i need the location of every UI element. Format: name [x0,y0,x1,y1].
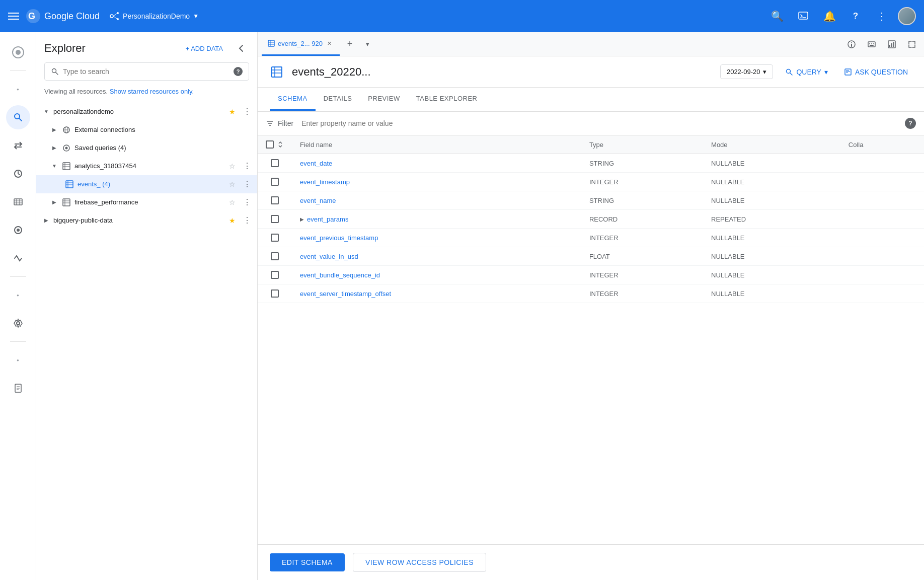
filter-help-icon[interactable]: ? [905,118,916,129]
field-event-prev-ts[interactable]: event_previous_timestamp [300,234,378,242]
date-selector[interactable]: 2022-09-20 ▾ [720,64,774,79]
date-chevron-icon: ▾ [763,68,766,76]
field-event-name[interactable]: event_name [300,197,336,204]
terminal-nav-icon[interactable] [793,6,813,26]
row-checkbox-event-name[interactable] [271,196,279,204]
svg-point-3 [117,12,119,14]
tab-preview[interactable]: PREVIEW [360,88,408,111]
collation-event-params [840,210,924,229]
more-nav-icon[interactable]: ⋮ [872,6,892,26]
sidebar-item-dot3[interactable]: ● [6,348,30,372]
tab-close-button[interactable]: ✕ [326,39,334,47]
row-checkbox-event-value[interactable] [271,252,279,260]
row-checkbox-event-params[interactable] [271,215,279,223]
query-button[interactable]: QUERY ▾ [781,65,832,79]
sidebar-item-transfer[interactable] [6,133,30,158]
tab-add-button[interactable]: + [342,36,358,52]
tree-star-personalizationdemo[interactable]: ★ [226,106,238,118]
row-checkbox-event-date[interactable] [271,159,279,167]
tab-events[interactable]: events_2... 920 ✕ [262,32,340,56]
mode-event-value: NULLABLE [703,247,840,266]
field-event-bundle[interactable]: event_bundle_sequence_id [300,271,380,279]
field-event-value[interactable]: event_value_in_usd [300,253,358,260]
search-nav-icon[interactable]: 🔍 [767,6,787,26]
row-checkbox-event-server-ts[interactable] [271,289,279,298]
sidebar-item-settings[interactable] [6,311,30,335]
table-row: event_previous_timestamp INTEGER NULLABL… [258,229,924,247]
google-cloud-logo[interactable]: G Google Cloud [25,8,100,24]
keyboard-action-icon[interactable] [864,36,880,52]
tree-item-bigquery-public[interactable]: ▶ bigquery-public-data ★ ⋮ [36,211,257,230]
search-help-icon[interactable]: ? [234,67,243,76]
expand-arrow-event-params[interactable]: ▶ [300,216,304,222]
svg-line-5 [113,14,117,16]
add-data-button[interactable]: + ADD DATA [182,42,227,55]
tree-more-bigquery[interactable]: ⋮ [241,214,253,227]
notifications-icon[interactable]: 🔔 [819,6,839,26]
info-action-icon[interactable] [843,36,860,52]
search-input[interactable] [63,67,229,76]
row-checkbox-event-prev-ts[interactable] [271,234,279,242]
tree-item-firebase[interactable]: ▶ firebase_performance ☆ ⋮ [36,193,257,211]
tab-details[interactable]: DETAILS [316,88,360,111]
sidebar-item-chart[interactable] [6,190,30,214]
tree-item-external-connections[interactable]: ▶ External connections [36,121,257,139]
row-checkbox-event-timestamp[interactable] [271,178,279,186]
sidebar-item-logo[interactable] [6,40,30,64]
field-event-timestamp[interactable]: event_timestamp [300,178,350,186]
tree-label-external: External connections [74,126,253,133]
tab-table-explorer[interactable]: TABLE EXPLORER [408,88,486,111]
sidebar-item-dot[interactable]: ● [6,77,30,101]
tree-more-firebase[interactable]: ⋮ [241,196,253,208]
tree-icon-events [64,179,74,189]
expand-action-icon[interactable] [904,36,920,52]
svg-line-6 [113,16,117,19]
svg-rect-7 [799,12,808,19]
tree-item-analytics-dataset[interactable]: ▼ analytics_318037454 ☆ ⋮ [36,157,257,175]
sidebar-item-history[interactable] [6,162,30,186]
filter-input[interactable] [301,119,901,127]
select-all-checkbox[interactable] [266,140,274,149]
tree-arrow-analytics: ▼ [50,162,58,170]
table-row: event_date STRING NULLABLE [258,154,924,173]
ask-question-button[interactable]: ASK QUESTION [840,65,912,79]
svg-rect-61 [891,43,892,47]
main-content: events_2... 920 ✕ + ▾ [258,32,924,580]
project-selector[interactable]: PersonalizationDemo ▼ [110,11,199,21]
tree-star-events[interactable]: ☆ [226,178,238,190]
sidebar-item-pipeline[interactable] [6,246,30,270]
tree-item-events[interactable]: events_ (4) ☆ ⋮ [36,175,257,193]
tree-more-personalizationdemo[interactable]: ⋮ [241,106,253,118]
svg-text:G: G [28,11,35,21]
tree-more-events[interactable]: ⋮ [241,178,253,190]
tab-schema[interactable]: SCHEMA [270,88,316,111]
tree-item-personalizationdemo[interactable]: ▼ personalizationdemo ★ ⋮ [36,103,257,121]
field-event-server-ts[interactable]: event_server_timestamp_offset [300,290,391,298]
sidebar-item-analytics[interactable] [6,218,30,242]
show-starred-link[interactable]: Show starred resources only. [110,88,194,95]
tree-star-bigquery[interactable]: ★ [226,214,238,227]
tree-more-analytics[interactable]: ⋮ [241,160,253,172]
sidebar-item-dot2[interactable]: ● [6,283,30,307]
sidebar-item-search[interactable] [6,105,30,129]
tree-label-analytics-dataset: analytics_318037454 [74,162,223,170]
explorer-header: Explorer + ADD DATA [36,32,257,62]
user-avatar[interactable] [898,7,916,25]
field-event-date[interactable]: event_date [300,160,332,167]
edit-schema-button[interactable]: EDIT SCHEMA [270,553,345,571]
view-access-button[interactable]: VIEW ROW ACCESS POLICIES [353,553,486,572]
svg-point-52 [851,42,852,43]
hamburger-menu[interactable] [8,13,19,20]
chart-action-icon[interactable] [884,36,900,52]
field-event-params[interactable]: event_params [307,215,348,223]
collapse-panel-button[interactable] [233,40,249,56]
help-nav-icon[interactable]: ? [845,6,866,26]
row-checkbox-event-bundle[interactable] [271,271,279,279]
sidebar-item-document[interactable] [6,376,30,400]
tree-star-analytics[interactable]: ☆ [226,160,238,172]
query-chevron-icon: ▾ [824,68,828,76]
tree-item-saved-queries[interactable]: ▶ Saved queries (4) [36,139,257,157]
tree-star-firebase[interactable]: ☆ [226,196,238,208]
svg-rect-70 [846,71,850,72]
tab-dropdown-button[interactable]: ▾ [360,36,376,52]
